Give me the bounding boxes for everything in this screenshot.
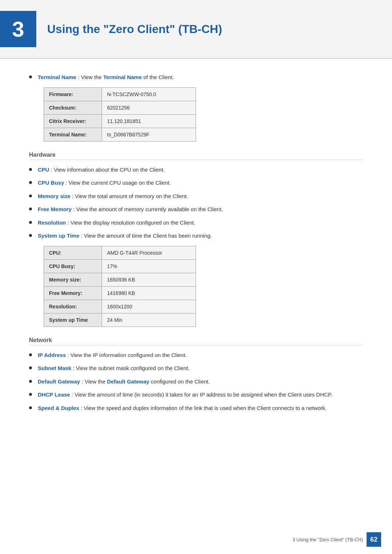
terminal-info-table: Firmware: N-TCSCZWW-0750.0 Checksum: 620… xyxy=(44,87,196,141)
ip-address-desc: : View the IP information configured on … xyxy=(68,352,187,358)
hardware-info-table: CPU: AMD G-T44R Processor CPU Busy: 17% … xyxy=(44,246,196,327)
resolution-bullet: Resolution : View the display resolution… xyxy=(29,219,363,227)
system-uptime-desc: : View the amount of time the Client has… xyxy=(81,233,212,239)
terminal-name-label: Terminal Name xyxy=(38,74,76,80)
chapter-number: 3 xyxy=(12,17,24,42)
cpu-bullet: CPU : View information about the CPU on … xyxy=(29,166,363,174)
firmware-label: Firmware: xyxy=(44,88,102,101)
terminal-name-text: Terminal Name : View the Terminal Name o… xyxy=(38,73,363,82)
cpu-busy-label: CPU Busy xyxy=(38,180,64,186)
chapter-header: 3 Using the "Zero Client" (TB-CH) xyxy=(0,0,392,59)
subnet-mask-text: Subnet Mask : View the subnet mask confi… xyxy=(38,364,363,373)
hardware-heading: Hardware xyxy=(29,152,363,160)
page-footer: 3 Using the "Zero Client" (TB-CH) 62 xyxy=(293,532,381,547)
memory-size-bullet: Memory size : View the total amount of m… xyxy=(29,192,363,201)
resolution-label: Resolution xyxy=(38,219,66,226)
subnet-mask-bullet: Subnet Mask : View the subnet mask confi… xyxy=(29,364,363,373)
dhcp-lease-desc: : View the amount of time (in seconds) i… xyxy=(72,391,332,398)
default-gateway-label: Default Gateway xyxy=(38,378,80,385)
memory-size-desc: : View the total amount of memory on the… xyxy=(72,193,188,199)
page-number-box: 62 xyxy=(367,532,381,547)
table-row: Free Memory: 1416980 KB xyxy=(44,287,196,300)
bullet-dot xyxy=(29,234,32,237)
bullet-dot xyxy=(29,221,32,224)
terminal-name-table-label: Terminal Name: xyxy=(44,128,102,141)
dhcp-lease-bullet: DHCP Lease : View the amount of time (in… xyxy=(29,391,363,399)
resolution-table-label: Resolution: xyxy=(44,300,102,313)
system-uptime-bullet: System up Time : View the amount of time… xyxy=(29,232,363,240)
default-gateway-desc1: : View the xyxy=(82,378,107,385)
speed-duplex-label: Speed & Duplex xyxy=(38,405,79,411)
default-gateway-desc2: configured on the Client. xyxy=(151,378,210,385)
free-memory-table-value: 1416980 KB xyxy=(102,287,196,300)
table-row: Citrix Receiver: 11.120.181851 xyxy=(44,115,196,128)
default-gateway-label2: Default Gateway xyxy=(107,378,150,385)
bullet-dot xyxy=(29,208,32,210)
free-memory-label: Free Memory xyxy=(38,206,72,212)
table-row: CPU: AMD G-T44R Processor xyxy=(44,246,196,260)
citrix-label: Citrix Receiver: xyxy=(44,115,102,128)
cpu-text: CPU : View information about the CPU on … xyxy=(38,166,363,174)
free-memory-table-label: Free Memory: xyxy=(44,287,102,300)
ip-address-text: IP Address : View the IP information con… xyxy=(38,351,363,360)
free-memory-bullet: Free Memory : View the amount of memory … xyxy=(29,205,363,214)
bullet-dot xyxy=(29,168,32,171)
default-gateway-text: Default Gateway : View the Default Gatew… xyxy=(38,378,363,386)
footer-chapter-ref: 3 Using the "Zero Client" (TB-CH) xyxy=(293,537,363,542)
cpu-table-value: AMD G-T44R Processor xyxy=(102,246,196,259)
bullet-dot xyxy=(29,181,32,184)
firmware-value: N-TCSCZWW-0750.0 xyxy=(102,88,196,101)
terminal-name-bullet: Terminal Name : View the Terminal Name o… xyxy=(29,73,363,82)
subnet-mask-label: Subnet Mask xyxy=(38,365,72,371)
checksum-value: 62021256 xyxy=(102,101,196,114)
speed-duplex-desc: : View the speed and duplex information … xyxy=(81,405,327,411)
cpu-busy-table-value: 17% xyxy=(102,260,196,273)
cpu-table-label: CPU: xyxy=(44,246,102,259)
memory-size-table-value: 1650936 KB xyxy=(102,273,196,286)
resolution-table-value: 1600x1200 xyxy=(102,300,196,313)
system-uptime-label: System up Time xyxy=(38,233,79,239)
checksum-label: Checksum: xyxy=(44,101,102,114)
speed-duplex-bullet: Speed & Duplex : View the speed and dupl… xyxy=(29,404,363,413)
chapter-title: Using the "Zero Client" (TB-CH) xyxy=(47,22,222,36)
bullet-dot xyxy=(29,406,32,409)
table-row: Terminal Name: ts_D0667B87529F xyxy=(44,128,196,141)
dhcp-lease-text: DHCP Lease : View the amount of time (in… xyxy=(38,391,363,399)
free-memory-text: Free Memory : View the amount of memory … xyxy=(38,205,363,214)
terminal-name-table-value: ts_D0667B87529F xyxy=(102,128,196,141)
table-row: Firmware: N-TCSCZWW-0750.0 xyxy=(44,88,196,101)
system-uptime-text: System up Time : View the amount of time… xyxy=(38,232,363,240)
chapter-number-box: 3 xyxy=(0,11,36,47)
memory-size-text: Memory size : View the total amount of m… xyxy=(38,192,363,201)
table-row: System up Time 24 Min xyxy=(44,313,196,327)
terminal-name-label2: Terminal Name xyxy=(103,74,142,80)
resolution-desc: : View the display resolution configured… xyxy=(68,219,195,226)
bullet-dot xyxy=(29,353,32,356)
system-uptime-table-label: System up Time xyxy=(44,313,102,327)
citrix-value: 11.120.181851 xyxy=(102,115,196,128)
bullet-dot xyxy=(29,393,32,396)
terminal-name-desc2: of the Client. xyxy=(143,74,174,80)
resolution-text: Resolution : View the display resolution… xyxy=(38,219,363,227)
cpu-busy-table-label: CPU Busy: xyxy=(44,260,102,273)
bullet-dot xyxy=(29,366,32,369)
cpu-desc: : View information about the CPU on the … xyxy=(51,167,165,173)
subnet-mask-desc: : View the subnet mask configured on the… xyxy=(73,365,190,371)
system-uptime-table-value: 24 Min xyxy=(102,313,196,327)
main-content: Terminal Name : View the Terminal Name o… xyxy=(0,73,392,446)
bullet-dot xyxy=(29,380,32,383)
table-row: Resolution: 1600x1200 xyxy=(44,300,196,313)
default-gateway-bullet: Default Gateway : View the Default Gatew… xyxy=(29,378,363,386)
network-heading: Network xyxy=(29,337,363,345)
table-row: Checksum: 62021256 xyxy=(44,101,196,115)
page-number: 62 xyxy=(370,536,377,543)
table-row: Memory size: 1650936 KB xyxy=(44,273,196,287)
dhcp-lease-label: DHCP Lease xyxy=(38,391,70,398)
ip-address-label: IP Address xyxy=(38,352,66,358)
ip-address-bullet: IP Address : View the IP information con… xyxy=(29,351,363,360)
cpu-label: CPU xyxy=(38,167,49,173)
free-memory-desc: : View the amount of memory currently av… xyxy=(73,206,223,212)
bullet-dot xyxy=(29,194,32,197)
cpu-busy-bullet: CPU Busy : View the current CPU usage on… xyxy=(29,179,363,187)
cpu-busy-text: CPU Busy : View the current CPU usage on… xyxy=(38,179,363,187)
